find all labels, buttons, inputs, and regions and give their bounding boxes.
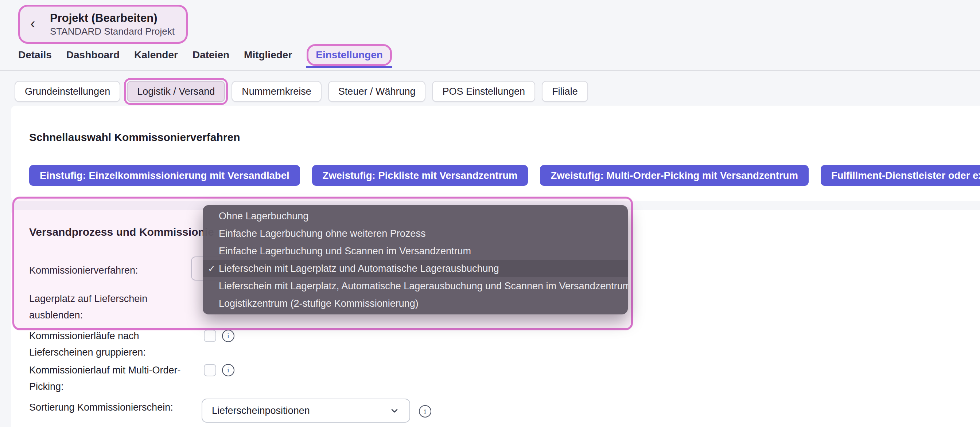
shipping-section-heading: Versandprozess und Kommissionie bbox=[29, 226, 214, 238]
info-glyph: i bbox=[227, 332, 229, 340]
tab-einstellungen[interactable]: Einstellungen bbox=[316, 49, 383, 61]
subtab-grundeinstellungen[interactable]: Grundeinstellungen bbox=[14, 81, 120, 102]
header-titles: Projekt (Bearbeiten) STANDARD Standard P… bbox=[50, 11, 175, 38]
settings-subtab-bar: Grundeinstellungen Logistik / Versand Nu… bbox=[14, 81, 588, 102]
subtab-filiale[interactable]: Filiale bbox=[542, 81, 588, 102]
quick-select-buttons: Einstufig: Einzelkommissionierung mit Ve… bbox=[29, 165, 980, 186]
tab-dateien[interactable]: Dateien bbox=[192, 49, 229, 61]
tab-dashboard[interactable]: Dashboard bbox=[66, 49, 119, 61]
checkbox-multi-order-picking[interactable] bbox=[204, 364, 216, 376]
subtab-logistik-versand[interactable]: Logistik / Versand bbox=[127, 81, 225, 102]
checkbox-kommissionierlaeufe-gruppieren[interactable] bbox=[204, 330, 216, 342]
dropdown-item-einfache-lagerbuchung[interactable]: Einfache Lagerbuchung ohne weiteren Proz… bbox=[203, 225, 628, 242]
info-icon[interactable]: i bbox=[222, 364, 234, 376]
sortierung-select[interactable]: Lieferscheinpositionen bbox=[202, 398, 410, 423]
tab-mitglieder[interactable]: Mitglieder bbox=[244, 49, 292, 61]
kommissionierverfahren-dropdown-menu: Ohne Lagerbuchung Einfache Lagerbuchung … bbox=[203, 205, 628, 314]
info-glyph: i bbox=[227, 366, 229, 374]
dropdown-item-label: Lieferschein mit Lagerplatz und Automati… bbox=[219, 263, 499, 275]
subtab-nummernkreise[interactable]: Nummernkreise bbox=[232, 81, 321, 102]
quick-select-heading: Schnellauswahl Kommissonierverfahren bbox=[29, 131, 240, 144]
annotation-highlight-tab: Einstellungen bbox=[307, 44, 392, 66]
quick-select-button-einstufig[interactable]: Einstufig: Einzelkommissionierung mit Ve… bbox=[29, 165, 300, 186]
info-glyph: i bbox=[424, 407, 426, 415]
field-label-kommissionierlaeufe-gruppieren: Kommissionierläufe nach Lieferscheinen g… bbox=[29, 328, 175, 361]
tab-details[interactable]: Details bbox=[18, 49, 52, 61]
page-subtitle: STANDARD Standard Projekt bbox=[50, 25, 175, 38]
tab-kalender[interactable]: Kalender bbox=[134, 49, 178, 61]
chevron-left-icon: ‹ bbox=[30, 16, 35, 30]
chevron-down-icon bbox=[389, 405, 400, 416]
info-icon[interactable]: i bbox=[419, 405, 431, 417]
dropdown-item-einfache-lagerbuchung-scannen[interactable]: Einfache Lagerbuchung und Scannen im Ver… bbox=[203, 242, 628, 260]
info-icon[interactable]: i bbox=[222, 330, 234, 342]
quick-select-button-fulfillment[interactable]: Fulfillment-Dienstleister oder externer … bbox=[821, 165, 980, 186]
quick-select-button-multi-order[interactable]: Zweistufig: Multi-Order-Picking mit Vers… bbox=[540, 165, 808, 186]
back-button[interactable]: ‹ bbox=[20, 18, 46, 30]
check-icon: ✓ bbox=[208, 264, 215, 274]
subtab-steuer-waehrung[interactable]: Steuer / Währung bbox=[328, 81, 426, 102]
field-label-kommissionierverfahren: Kommissionierverfahren: bbox=[29, 262, 138, 279]
field-label-lagerplatz-ausblenden: Lagerplatz auf Lieferschein ausblenden: bbox=[29, 291, 182, 324]
sortierung-select-value: Lieferscheinpositionen bbox=[212, 405, 310, 416]
divider bbox=[0, 70, 980, 71]
dropdown-item-ohne-lagerbuchung[interactable]: Ohne Lagerbuchung bbox=[203, 207, 628, 225]
dropdown-item-logistikzentrum[interactable]: Logistikzentrum (2-stufige Kommissionier… bbox=[203, 295, 628, 312]
dropdown-item-lieferschein-lagerplatz-scannen[interactable]: Lieferschein mit Lagerplatz, Automatisch… bbox=[203, 277, 628, 295]
quick-select-button-pickliste[interactable]: Zweistufig: Pickliste mit Versandzentrum bbox=[312, 165, 528, 186]
tab-bar: Details Dashboard Kalender Dateien Mitgl… bbox=[18, 43, 392, 67]
page-title: Projekt (Bearbeiten) bbox=[50, 11, 158, 25]
subtab-pos-einstellungen[interactable]: POS Einstellungen bbox=[432, 81, 535, 102]
field-label-sortierung: Sortierung Kommissionierschein: bbox=[29, 399, 173, 416]
dropdown-item-lieferschein-lagerplatz[interactable]: ✓ Lieferschein mit Lagerplatz und Automa… bbox=[203, 260, 628, 277]
annotation-highlight-header: ‹ Projekt (Bearbeiten) STANDARD Standard… bbox=[18, 5, 188, 44]
field-label-multi-order-picking: Kommissionierlauf mit Multi-Order-Pickin… bbox=[29, 362, 212, 395]
quick-select-card: Schnellauswahl Kommissonierverfahren Ein… bbox=[11, 106, 980, 201]
app-window: ‹ Projekt (Bearbeiten) STANDARD Standard… bbox=[0, 0, 980, 427]
